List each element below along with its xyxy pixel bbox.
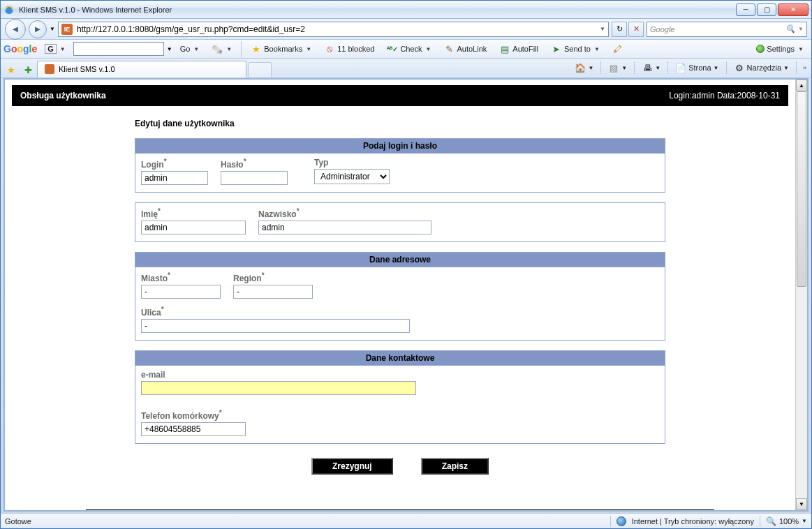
street-input[interactable] — [141, 319, 410, 333]
page-menu-label: Strona — [688, 64, 711, 72]
page-menu-button[interactable]: 📄Strona▼ — [672, 60, 721, 75]
print-button[interactable]: 🖶▼ — [639, 60, 663, 75]
forward-button[interactable]: ► — [29, 20, 47, 38]
page-icon: 📄 — [675, 62, 686, 73]
scroll-thumb[interactable] — [797, 91, 806, 287]
highlight-icon: 🖍 — [612, 43, 623, 54]
browser-tab[interactable]: Klient SMS v.1.0 — [37, 61, 246, 77]
sendto-label: Send to — [564, 45, 591, 53]
minimize-button[interactable]: ─ — [736, 3, 755, 16]
autolink-label: AutoLink — [457, 45, 487, 53]
url-input[interactable] — [75, 24, 597, 35]
browser-search-box[interactable]: Google 🔍 ▼ — [647, 22, 807, 37]
status-text: Gotowe — [5, 517, 31, 526]
city-input[interactable] — [141, 285, 221, 299]
blocked-icon: ⦸ — [324, 43, 335, 54]
settings-label: Settings — [767, 45, 795, 53]
google-go-button[interactable]: Go▼ — [175, 41, 205, 57]
toolbar-settings-button[interactable]: Settings▼ — [751, 41, 809, 57]
email-input[interactable] — [141, 381, 416, 395]
login-label: Login* — [141, 158, 208, 170]
ie-icon — [3, 4, 15, 15]
city-label: Miasto* — [141, 271, 221, 283]
feeds-button[interactable]: ▧▼ — [605, 60, 630, 75]
cancel-button[interactable]: Zrezygnuj — [311, 458, 393, 475]
bookmarks-label: Bookmarks — [264, 45, 302, 53]
refresh-icon: ↻ — [617, 24, 623, 33]
highlight-button[interactable]: 🖍 — [607, 41, 628, 57]
address-dropdown-icon[interactable]: ▼ — [600, 26, 605, 32]
section-login-head: Podaj login i hasło — [135, 139, 665, 154]
tab-label: Klient SMS v.1.0 — [59, 65, 115, 73]
phone-input[interactable] — [141, 422, 246, 436]
window-title: Klient SMS v.1.0 - Windows Internet Expl… — [19, 6, 736, 14]
check-icon: ᴬᴮ✓ — [387, 43, 398, 54]
news-icon: 🗞️ — [212, 43, 223, 54]
autolink-button[interactable]: ✎AutoLink — [438, 41, 492, 57]
search-dropdown-icon[interactable]: ▼ — [798, 26, 804, 32]
autolink-icon: ✎ — [443, 43, 455, 54]
new-tab-button[interactable] — [248, 62, 272, 77]
titlebar: Klient SMS v.1.0 - Windows Internet Expl… — [1, 1, 811, 19]
save-button[interactable]: Zapisz — [421, 458, 489, 475]
region-label: Region* — [233, 271, 313, 283]
login-input[interactable] — [141, 171, 208, 185]
google-brand-button[interactable]: G▼ — [40, 41, 70, 57]
google-search-input[interactable] — [73, 42, 164, 56]
zoom-icon: 🔍 — [766, 516, 776, 526]
star-icon: ★ — [251, 43, 262, 54]
add-favorites-button[interactable]: ✚ — [20, 62, 36, 77]
nav-history-dropdown[interactable]: ▼ — [50, 26, 55, 32]
zoom-dropdown-icon[interactable]: ▼ — [802, 518, 807, 524]
toolbar-overflow-button[interactable]: » — [801, 64, 809, 71]
sendto-icon: ➤ — [551, 43, 562, 54]
tools-menu-label: Narzędzia — [747, 64, 782, 72]
zoom-control[interactable]: 🔍 100% ▼ — [766, 516, 807, 526]
section-contact: Dane kontaktowe e-mail Telefon komórkowy… — [135, 350, 665, 444]
tab-bar: ★ ✚ Klient SMS v.1.0 🏠▼ ▧▼ 🖶▼ 📄Strona▼ ⚙… — [1, 59, 811, 78]
add-star-icon: ✚ — [22, 64, 34, 75]
vertical-scrollbar[interactable]: ▲ ▼ — [795, 80, 807, 510]
autofill-icon: ▤ — [499, 43, 510, 54]
type-select[interactable]: Administrator — [314, 169, 390, 184]
street-label: Ulica* — [141, 306, 659, 318]
google-news-button[interactable]: 🗞️▼ — [207, 41, 237, 57]
maximize-button[interactable]: ▢ — [757, 3, 776, 16]
bookmarks-button[interactable]: ★Bookmarks▼ — [246, 41, 316, 57]
address-bar[interactable]: IE ▼ — [58, 22, 609, 37]
autofill-button[interactable]: ▤AutoFill — [494, 41, 543, 57]
tab-favicon-icon — [45, 64, 54, 74]
zoom-value: 100% — [779, 517, 799, 526]
page-footer: Power by GeMail Copyright ® 2006 - All r… — [86, 509, 714, 510]
lastname-input[interactable] — [258, 221, 431, 234]
google-search-dropdown[interactable]: ▼ — [167, 46, 172, 52]
tools-menu-button[interactable]: ⚙Narzędzia▼ — [731, 60, 792, 75]
stop-button[interactable]: ✕ — [628, 22, 644, 37]
scroll-up-button[interactable]: ▲ — [796, 80, 807, 91]
gear-icon: ⚙ — [734, 62, 745, 73]
type-label: Typ — [314, 158, 390, 167]
spellcheck-button[interactable]: ᴬᴮ✓Check▼ — [382, 41, 436, 57]
security-zone-text: Internet | Tryb chroniony: wyłączony — [632, 517, 754, 526]
status-bar: Gotowe Internet | Tryb chroniony: wyłącz… — [1, 513, 811, 528]
search-icon[interactable]: 🔍 — [785, 24, 795, 33]
section-address: Dane adresowe Miasto* Region* — [135, 252, 665, 341]
refresh-button[interactable]: ↻ — [612, 22, 627, 37]
back-button[interactable]: ◄ — [5, 19, 26, 40]
sendto-button[interactable]: ➤Send to▼ — [546, 41, 605, 57]
star-icon: ★ — [6, 64, 17, 75]
close-button[interactable]: ✕ — [778, 3, 809, 16]
favorites-star-button[interactable]: ★ — [3, 62, 19, 77]
popup-blocked-button[interactable]: ⦸11 blocked — [319, 41, 379, 57]
section-name: Imię* Nazwisko* — [135, 202, 665, 242]
home-icon: 🏠 — [575, 62, 586, 73]
scroll-track[interactable] — [796, 91, 807, 498]
scroll-down-button[interactable]: ▼ — [796, 498, 807, 510]
firstname-input[interactable] — [141, 221, 246, 234]
region-input[interactable] — [233, 285, 313, 299]
password-input[interactable] — [221, 171, 288, 185]
globe-icon — [617, 516, 626, 526]
check-label: Check — [400, 45, 422, 53]
page-header-bar: Obsługa użytkownika Login:admin Data:200… — [12, 85, 788, 106]
home-button[interactable]: 🏠▼ — [572, 60, 596, 75]
